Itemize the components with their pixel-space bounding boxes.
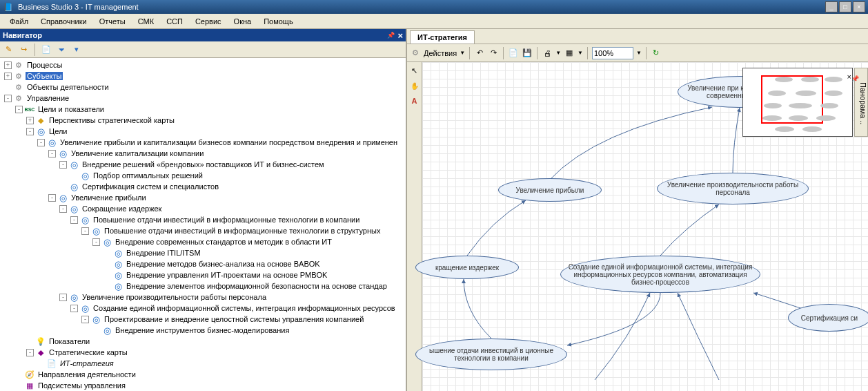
pan-tool-icon[interactable]: [409, 80, 420, 91]
forward-icon[interactable]: [18, 44, 29, 55]
expand-icon[interactable]: -: [15, 106, 23, 113]
expand-icon[interactable]: -: [59, 161, 67, 169]
tree-node[interactable]: -Увеличение капитализации компании: [1, 148, 404, 159]
pin-icon[interactable]: [387, 30, 395, 41]
target-icon: [79, 303, 90, 314]
expand-icon[interactable]: -: [70, 216, 78, 224]
tree-node[interactable]: -Стратегические карты: [1, 347, 404, 358]
undo-icon[interactable]: ↶: [474, 48, 485, 59]
new-icon[interactable]: [3, 44, 14, 55]
expand-icon[interactable]: +: [4, 61, 12, 69]
app-title: Business Studio 3 - IT management: [18, 3, 139, 11]
diagram-oval[interactable]: ышение отдачи инвестиций в ционные техно…: [415, 338, 567, 370]
diagram-oval[interactable]: кращение издержек: [415, 256, 519, 279]
print-icon[interactable]: [542, 48, 553, 59]
menu-Помощь[interactable]: Помощь: [258, 16, 299, 27]
tree-node[interactable]: +Перспективы стратегической карты: [1, 115, 404, 126]
tree-node[interactable]: Подсистемы управления: [1, 380, 404, 391]
diagram-oval[interactable]: Создание единой информационной системы, …: [560, 256, 760, 293]
tree-node[interactable]: Внедрение элементов информационной безоп…: [1, 280, 404, 292]
redo-icon[interactable]: ↷: [488, 48, 499, 59]
doc-icon[interactable]: [41, 44, 52, 55]
tree-label: Управление: [26, 94, 70, 102]
tree-node[interactable]: -Проектирование и внедрение целостной си…: [1, 314, 404, 325]
tree-node[interactable]: -Повышение отдачи инвестиций в информаци…: [1, 225, 404, 236]
app-icon: 📘: [3, 1, 14, 12]
diagram-oval[interactable]: Увеличение производительности работы пер…: [657, 173, 809, 204]
tree-node[interactable]: Подбор оптимальных решений: [1, 170, 404, 181]
tree-node[interactable]: Направления деятельности: [1, 369, 404, 380]
tree-node[interactable]: -Внедрение современных стандартов и мето…: [1, 236, 404, 247]
zoom-input[interactable]: [592, 47, 633, 59]
diagram-oval[interactable]: Увеличение прибыли: [498, 178, 602, 202]
tree-node[interactable]: Внедрение инструментов бизнес-моделирова…: [1, 325, 404, 336]
tree-node[interactable]: ИТ-стратегия: [1, 358, 404, 369]
expand-icon[interactable]: -: [59, 294, 67, 301]
tree-node[interactable]: -Внедрение решений «брендовых» поставщик…: [1, 159, 404, 170]
expand-icon[interactable]: -: [48, 150, 56, 158]
close-button[interactable]: ×: [853, 1, 865, 12]
menu-ССП[interactable]: ССП: [161, 16, 188, 27]
text-tool-icon[interactable]: [409, 95, 420, 106]
tree-node[interactable]: Внедрение методов бизнес-анализа на осно…: [1, 258, 404, 269]
minimize-button[interactable]: _: [825, 1, 838, 12]
menu-Справочники[interactable]: Справочники: [35, 16, 92, 27]
expand-icon[interactable]: -: [26, 349, 34, 356]
tree-label: Проектирование и внедрение целостной сис…: [103, 315, 365, 323]
menu-Отчеты[interactable]: Отчеты: [94, 16, 131, 27]
tree-node[interactable]: -Увеличение производительности работы пе…: [1, 292, 404, 303]
gear-icon: [13, 70, 24, 82]
page-icon[interactable]: [508, 48, 519, 59]
panorama-overview[interactable]: [742, 68, 853, 137]
tree-node[interactable]: -Создание единой информационной системы,…: [1, 303, 404, 314]
tree-node[interactable]: Объекты деятельности: [1, 82, 404, 93]
expand-icon[interactable]: -: [4, 95, 12, 102]
close-panel-icon[interactable]: [397, 30, 403, 41]
tree-node[interactable]: -Сокращение издержек: [1, 203, 404, 214]
expand-icon[interactable]: -: [81, 316, 89, 323]
refresh-icon[interactable]: [651, 48, 662, 59]
tree-node[interactable]: -Цели и показатели: [1, 104, 404, 115]
expand-icon[interactable]: +: [26, 117, 34, 124]
navigator-tree[interactable]: +Процессы+СубъектыОбъекты деятельности-У…: [0, 58, 406, 391]
tree-node[interactable]: Показатели: [1, 336, 404, 347]
tree-node[interactable]: +Субъекты: [1, 70, 404, 82]
target-icon: [68, 181, 79, 192]
expand-icon[interactable]: -: [26, 128, 34, 135]
tree-node[interactable]: Внедрение ITIL/ITSM: [1, 247, 404, 258]
menu-Окна[interactable]: Окна: [228, 16, 257, 27]
menu-Сервис[interactable]: Сервис: [190, 16, 227, 27]
tree-node[interactable]: -Управление: [1, 93, 404, 104]
tree-node[interactable]: -Увеличение прибыли: [1, 192, 404, 203]
expand-icon[interactable]: -: [48, 194, 56, 202]
expand-icon[interactable]: -: [81, 227, 89, 235]
tree-node[interactable]: -Цели: [1, 126, 404, 137]
expand-icon[interactable]: -: [70, 305, 78, 312]
layout-icon[interactable]: ▦: [564, 48, 575, 59]
expand-icon[interactable]: +: [4, 73, 12, 80]
save-icon[interactable]: [522, 48, 533, 59]
tree-node[interactable]: +Процессы: [1, 59, 404, 70]
actions-button[interactable]: Действия: [424, 49, 457, 57]
menubar: ФайлСправочникиОтчетыСМКССПСервисОкнаПом…: [0, 14, 868, 29]
expand-icon[interactable]: -: [59, 205, 67, 213]
target-icon: [112, 280, 124, 292]
expand-icon[interactable]: -: [92, 238, 100, 246]
expand-icon[interactable]: -: [37, 139, 45, 146]
tab-it-strategy[interactable]: ИТ-стратегия: [410, 30, 475, 44]
compass-icon: [24, 369, 35, 380]
tree-node[interactable]: -Увеличение прибыли и капитализации бизн…: [1, 137, 404, 148]
tree-node[interactable]: Сертификация систем и специалистов: [1, 181, 404, 192]
panorama-tab[interactable]: Панорама .. 📌 ×: [854, 68, 868, 137]
menu-Файл[interactable]: Файл: [4, 16, 34, 27]
menu-СМК[interactable]: СМК: [132, 16, 159, 27]
target-icon: [68, 203, 79, 214]
cursor-tool-icon[interactable]: [409, 65, 420, 76]
tree-node[interactable]: Внедрение управления ИТ-проектами на осн…: [1, 269, 404, 280]
tree-label: Сокращение издержек: [81, 204, 163, 213]
tree-node[interactable]: -Повышение отдачи инвестиций в информаци…: [1, 214, 404, 225]
filter-dropdown-icon[interactable]: [71, 44, 82, 55]
diagram-oval[interactable]: Сертификация си: [788, 304, 868, 332]
maximize-button[interactable]: □: [839, 1, 851, 12]
filter-icon[interactable]: [56, 44, 67, 55]
